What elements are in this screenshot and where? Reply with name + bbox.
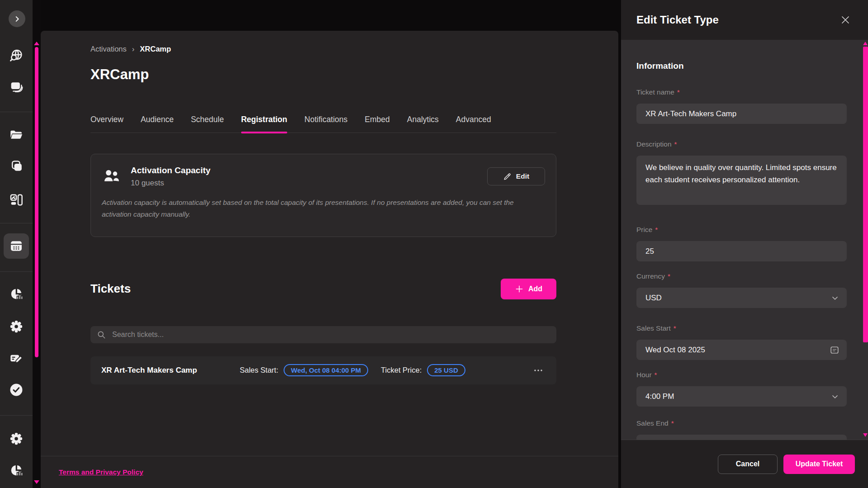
sales-end-label: Sales End <box>636 419 669 429</box>
sidebar-item-dashboard[interactable] <box>0 188 33 212</box>
main-scrollbar[interactable] <box>33 0 41 488</box>
edit-capacity-button[interactable]: Edit <box>487 167 545 185</box>
scroll-down-arrow[interactable] <box>863 433 868 437</box>
tab-analytics[interactable]: Analytics <box>407 109 439 133</box>
scrollbar-thumb[interactable] <box>863 47 868 342</box>
chevron-right-icon <box>13 15 21 23</box>
app-window: Activations › XRCamp XRCamp Overview Aud… <box>0 0 868 488</box>
main-footer: Terms and Privacy Policy <box>41 456 618 488</box>
activation-capacity-card: Activation Capacity 10 guests Edit Activ… <box>90 154 556 237</box>
scrollbar-thumb[interactable] <box>35 47 38 357</box>
hour-group: Hour* 4:00 PM <box>636 371 847 407</box>
sales-start-value: Wed Oct 08 2025 <box>645 346 705 355</box>
hour-label: Hour <box>636 371 652 381</box>
terms-privacy-link[interactable]: Terms and Privacy Policy <box>59 468 143 476</box>
description-field[interactable]: We believe in quality over quantity. Lim… <box>636 156 847 205</box>
tab-audience[interactable]: Audience <box>141 109 174 133</box>
required-marker: * <box>655 371 657 381</box>
breadcrumb-separator-icon: › <box>132 45 135 53</box>
sidebar-item-explore[interactable] <box>0 44 33 67</box>
gear-icon <box>9 432 23 445</box>
sidebar-divider <box>0 415 33 416</box>
tab-advanced[interactable]: Advanced <box>456 109 491 133</box>
currency-select[interactable]: USD <box>636 288 847 308</box>
ticket-price-badge: 25 USD <box>427 364 465 376</box>
search-tickets-input[interactable] <box>111 330 550 339</box>
sidebar-item-billing[interactable] <box>0 346 33 370</box>
chevron-down-icon <box>830 392 840 401</box>
ticket-search <box>90 326 556 343</box>
ticket-row-menu-button[interactable] <box>531 363 545 378</box>
scroll-down-arrow[interactable] <box>34 480 39 484</box>
required-marker: * <box>655 226 658 236</box>
dashboard-icon <box>9 193 24 207</box>
tab-bar: Overview Audience Schedule Registration … <box>90 109 556 133</box>
sidebar-item-approvals[interactable] <box>0 378 33 402</box>
sales-start-group: Sales Start* Wed Oct 08 2025 <box>636 324 847 360</box>
add-ticket-button[interactable]: Add <box>501 279 556 299</box>
globe-search-icon <box>9 48 24 63</box>
sidebar-divider <box>0 112 33 112</box>
capacity-guests: 10 guests <box>131 178 210 189</box>
drawer-title: Edit Ticket Type <box>636 14 719 26</box>
scroll-up-arrow[interactable] <box>34 42 39 45</box>
currency-group: Currency* USD <box>636 272 847 308</box>
drawer-footer: Cancel Update Ticket <box>621 440 868 488</box>
sidebar-item-sessions[interactable] <box>0 76 33 99</box>
page-title: XRCamp <box>90 66 556 83</box>
tab-embed[interactable]: Embed <box>365 109 389 133</box>
hour-value: 4:00 PM <box>645 392 674 401</box>
cancel-button[interactable]: Cancel <box>718 455 778 474</box>
hour-select[interactable]: 4:00 PM <box>636 386 847 407</box>
sidebar-expand-button[interactable] <box>9 10 25 27</box>
required-marker: * <box>674 140 677 150</box>
breadcrumb-activations[interactable]: Activations <box>90 45 127 53</box>
ticket-row[interactable]: XR Art-Tech Makers Camp Sales Start: Wed… <box>90 356 556 384</box>
tab-registration[interactable]: Registration <box>241 109 287 133</box>
close-drawer-button[interactable] <box>839 14 852 26</box>
ticket-price-label: Ticket Price: <box>381 366 422 374</box>
sidebar-item-analytics[interactable] <box>0 282 33 306</box>
sidebar-item-library[interactable] <box>0 154 33 178</box>
update-ticket-button[interactable]: Update Ticket <box>783 455 855 474</box>
calendar-icon <box>9 239 24 253</box>
close-icon <box>840 14 851 25</box>
price-field[interactable] <box>636 241 847 261</box>
main-content: Activations › XRCamp XRCamp Overview Aud… <box>41 31 618 488</box>
tab-overview[interactable]: Overview <box>90 109 123 133</box>
sales-end-group: Sales End* Wed Oct 15 2025 <box>636 419 847 440</box>
sidebar-item-workspace-settings[interactable] <box>0 427 33 450</box>
drawer-body: Information Ticket name* Description* We… <box>621 40 863 440</box>
sidebar-item-workspace-analytics[interactable] <box>0 459 33 482</box>
pencil-icon <box>503 172 512 181</box>
price-label: Price <box>636 226 652 236</box>
breadcrumb: Activations › XRCamp <box>90 44 556 53</box>
calendar-picker-icon <box>830 345 840 355</box>
gear-icon <box>9 320 23 333</box>
sales-start-badge: Wed, Oct 08 04:00 PM <box>284 364 368 376</box>
sales-start-date-picker[interactable]: Wed Oct 08 2025 <box>636 340 847 360</box>
pie-chart-icon <box>9 463 24 478</box>
description-label: Description <box>636 140 672 150</box>
currency-value: USD <box>645 294 662 303</box>
plus-icon <box>515 284 524 294</box>
drawer-scrollbar[interactable] <box>863 40 868 440</box>
copy-icon <box>9 159 23 173</box>
sidebar-item-settings[interactable] <box>0 315 33 338</box>
pie-chart-icon <box>9 287 24 301</box>
edit-ticket-drawer: Edit Ticket Type Information Ticket name… <box>621 0 868 488</box>
capacity-note: Activation capacity is automatically set… <box>102 197 538 220</box>
stacked-cards-icon <box>9 80 24 95</box>
scroll-up-arrow[interactable] <box>863 42 868 45</box>
tab-notifications[interactable]: Notifications <box>304 109 347 133</box>
drawer-header: Edit Ticket Type <box>621 0 868 40</box>
capacity-title: Activation Capacity <box>131 165 210 176</box>
ticket-name-field[interactable] <box>636 104 847 124</box>
sidebar-divider <box>0 223 33 223</box>
ticket-name: XR Art-Tech Makers Camp <box>101 366 240 375</box>
sidebar-item-files[interactable] <box>0 123 33 147</box>
check-circle-icon <box>9 382 24 398</box>
sidebar-item-activations-active[interactable] <box>4 233 29 259</box>
folder-icon <box>9 128 24 142</box>
tab-schedule[interactable]: Schedule <box>191 109 224 133</box>
